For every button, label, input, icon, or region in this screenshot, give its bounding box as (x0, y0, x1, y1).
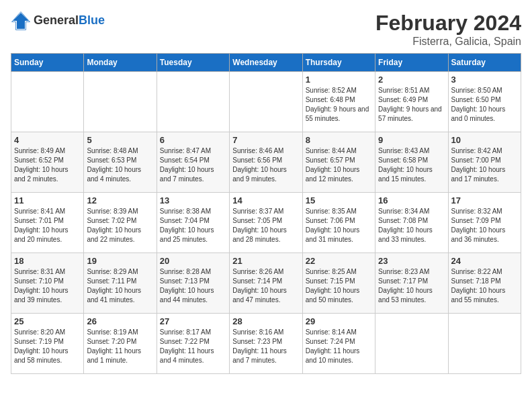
calendar-cell: 5Sunrise: 8:48 AMSunset: 6:53 PMDaylight… (84, 132, 157, 193)
calendar-cell: 23Sunrise: 8:23 AMSunset: 7:17 PMDayligh… (375, 253, 448, 314)
calendar-cell: 13Sunrise: 8:38 AMSunset: 7:04 PMDayligh… (157, 193, 229, 253)
day-info: Sunrise: 8:19 AMSunset: 7:20 PMDaylight:… (87, 328, 153, 365)
calendar-cell: 14Sunrise: 8:37 AMSunset: 7:05 PMDayligh… (230, 193, 302, 253)
day-info: Sunrise: 8:49 AMSunset: 6:52 PMDaylight:… (14, 146, 81, 184)
day-number: 21 (232, 256, 299, 266)
day-info: Sunrise: 8:37 AMSunset: 7:05 PMDaylight:… (232, 207, 299, 244)
day-number: 13 (160, 195, 226, 205)
logo-text: GeneralBlue (34, 13, 105, 28)
calendar-cell: 1Sunrise: 8:52 AMSunset: 6:48 PMDaylight… (302, 72, 375, 132)
calendar-week-3: 11Sunrise: 8:41 AMSunset: 7:01 PMDayligh… (11, 193, 521, 253)
day-info: Sunrise: 8:39 AMSunset: 7:02 PMDaylight:… (87, 207, 153, 244)
calendar-week-4: 18Sunrise: 8:31 AMSunset: 7:10 PMDayligh… (11, 253, 521, 314)
day-info: Sunrise: 8:43 AMSunset: 6:58 PMDaylight:… (378, 146, 445, 184)
calendar-cell (11, 72, 84, 132)
calendar-cell: 21Sunrise: 8:26 AMSunset: 7:14 PMDayligh… (230, 253, 302, 314)
calendar-cell: 15Sunrise: 8:35 AMSunset: 7:06 PMDayligh… (302, 193, 375, 253)
calendar-cell (448, 314, 521, 374)
calendar-week-1: 1Sunrise: 8:52 AMSunset: 6:48 PMDaylight… (11, 72, 521, 132)
day-info: Sunrise: 8:46 AMSunset: 6:56 PMDaylight:… (232, 146, 299, 184)
day-info: Sunrise: 8:51 AMSunset: 6:49 PMDaylight:… (378, 86, 445, 124)
day-number: 29 (306, 316, 372, 326)
weekday-header-sunday: Sunday (11, 54, 84, 72)
day-number: 20 (160, 256, 226, 266)
weekday-header-monday: Monday (84, 54, 157, 72)
calendar-cell: 3Sunrise: 8:50 AMSunset: 6:50 PMDaylight… (448, 72, 521, 132)
day-info: Sunrise: 8:32 AMSunset: 7:09 PMDaylight:… (451, 207, 518, 244)
calendar-cell (157, 72, 229, 132)
day-info: Sunrise: 8:16 AMSunset: 7:23 PMDaylight:… (232, 328, 299, 365)
day-number: 27 (160, 316, 226, 326)
day-number: 17 (451, 195, 518, 205)
calendar-cell (84, 72, 157, 132)
day-number: 5 (87, 135, 153, 145)
day-number: 28 (232, 316, 299, 326)
day-info: Sunrise: 8:25 AMSunset: 7:15 PMDaylight:… (306, 267, 372, 305)
day-info: Sunrise: 8:29 AMSunset: 7:11 PMDaylight:… (87, 267, 153, 305)
day-number: 14 (232, 195, 299, 205)
day-info: Sunrise: 8:50 AMSunset: 6:50 PMDaylight:… (451, 86, 518, 124)
day-info: Sunrise: 8:52 AMSunset: 6:48 PMDaylight:… (306, 86, 372, 124)
day-number: 23 (378, 256, 445, 266)
day-number: 25 (14, 316, 81, 326)
day-info: Sunrise: 8:20 AMSunset: 7:19 PMDaylight:… (14, 328, 81, 365)
subtitle: Fisterra, Galicia, Spain (375, 36, 521, 48)
calendar-cell: 26Sunrise: 8:19 AMSunset: 7:20 PMDayligh… (84, 314, 157, 374)
calendar-cell: 25Sunrise: 8:20 AMSunset: 7:19 PMDayligh… (11, 314, 84, 374)
day-number: 11 (14, 195, 81, 205)
day-info: Sunrise: 8:48 AMSunset: 6:53 PMDaylight:… (87, 146, 153, 184)
calendar-cell: 12Sunrise: 8:39 AMSunset: 7:02 PMDayligh… (84, 193, 157, 253)
day-number: 3 (451, 75, 518, 85)
weekday-header-tuesday: Tuesday (157, 54, 229, 72)
day-info: Sunrise: 8:44 AMSunset: 6:57 PMDaylight:… (306, 146, 372, 184)
day-number: 6 (160, 135, 226, 145)
calendar-cell: 4Sunrise: 8:49 AMSunset: 6:52 PMDaylight… (11, 132, 84, 193)
day-number: 1 (306, 75, 372, 85)
calendar-cell: 8Sunrise: 8:44 AMSunset: 6:57 PMDaylight… (302, 132, 375, 193)
calendar-week-5: 25Sunrise: 8:20 AMSunset: 7:19 PMDayligh… (11, 314, 521, 374)
calendar-cell: 9Sunrise: 8:43 AMSunset: 6:58 PMDaylight… (375, 132, 448, 193)
calendar-cell: 20Sunrise: 8:28 AMSunset: 7:13 PMDayligh… (157, 253, 229, 314)
calendar-cell: 29Sunrise: 8:14 AMSunset: 7:24 PMDayligh… (302, 314, 375, 374)
day-info: Sunrise: 8:35 AMSunset: 7:06 PMDaylight:… (306, 207, 372, 244)
day-number: 10 (451, 135, 518, 145)
calendar-cell: 19Sunrise: 8:29 AMSunset: 7:11 PMDayligh… (84, 253, 157, 314)
calendar-cell: 27Sunrise: 8:17 AMSunset: 7:22 PMDayligh… (157, 314, 229, 374)
day-info: Sunrise: 8:14 AMSunset: 7:24 PMDaylight:… (306, 328, 372, 365)
calendar-cell: 17Sunrise: 8:32 AMSunset: 7:09 PMDayligh… (448, 193, 521, 253)
page-header: GeneralBlue February 2024 Fisterra, Gali… (11, 11, 521, 48)
calendar-header: SundayMondayTuesdayWednesdayThursdayFrid… (11, 54, 521, 72)
title-block: February 2024 Fisterra, Galicia, Spain (375, 11, 521, 48)
svg-marker-0 (13, 13, 29, 29)
day-number: 24 (451, 256, 518, 266)
day-number: 18 (14, 256, 81, 266)
day-number: 15 (306, 195, 372, 205)
calendar-cell: 7Sunrise: 8:46 AMSunset: 6:56 PMDaylight… (230, 132, 302, 193)
calendar-week-2: 4Sunrise: 8:49 AMSunset: 6:52 PMDaylight… (11, 132, 521, 193)
day-info: Sunrise: 8:34 AMSunset: 7:08 PMDaylight:… (378, 207, 445, 244)
day-number: 16 (378, 195, 445, 205)
calendar-cell: 24Sunrise: 8:22 AMSunset: 7:18 PMDayligh… (448, 253, 521, 314)
calendar-table: SundayMondayTuesdayWednesdayThursdayFrid… (11, 53, 521, 374)
main-title: February 2024 (375, 11, 521, 36)
day-number: 12 (87, 195, 153, 205)
day-number: 9 (378, 135, 445, 145)
weekday-header-saturday: Saturday (448, 54, 521, 72)
day-info: Sunrise: 8:17 AMSunset: 7:22 PMDaylight:… (160, 328, 226, 365)
weekday-header-thursday: Thursday (302, 54, 375, 72)
calendar-cell: 16Sunrise: 8:34 AMSunset: 7:08 PMDayligh… (375, 193, 448, 253)
weekday-header-row: SundayMondayTuesdayWednesdayThursdayFrid… (11, 54, 521, 72)
weekday-header-friday: Friday (375, 54, 448, 72)
calendar-cell: 6Sunrise: 8:47 AMSunset: 6:54 PMDaylight… (157, 132, 229, 193)
calendar-body: 1Sunrise: 8:52 AMSunset: 6:48 PMDaylight… (11, 72, 521, 374)
day-number: 19 (87, 256, 153, 266)
day-info: Sunrise: 8:23 AMSunset: 7:17 PMDaylight:… (378, 267, 445, 305)
day-number: 8 (306, 135, 372, 145)
day-info: Sunrise: 8:31 AMSunset: 7:10 PMDaylight:… (14, 267, 81, 305)
calendar-cell: 2Sunrise: 8:51 AMSunset: 6:49 PMDaylight… (375, 72, 448, 132)
day-info: Sunrise: 8:41 AMSunset: 7:01 PMDaylight:… (14, 207, 81, 244)
logo-icon (11, 11, 31, 31)
day-info: Sunrise: 8:38 AMSunset: 7:04 PMDaylight:… (160, 207, 226, 244)
day-info: Sunrise: 8:22 AMSunset: 7:18 PMDaylight:… (451, 267, 518, 305)
calendar-cell (375, 314, 448, 374)
